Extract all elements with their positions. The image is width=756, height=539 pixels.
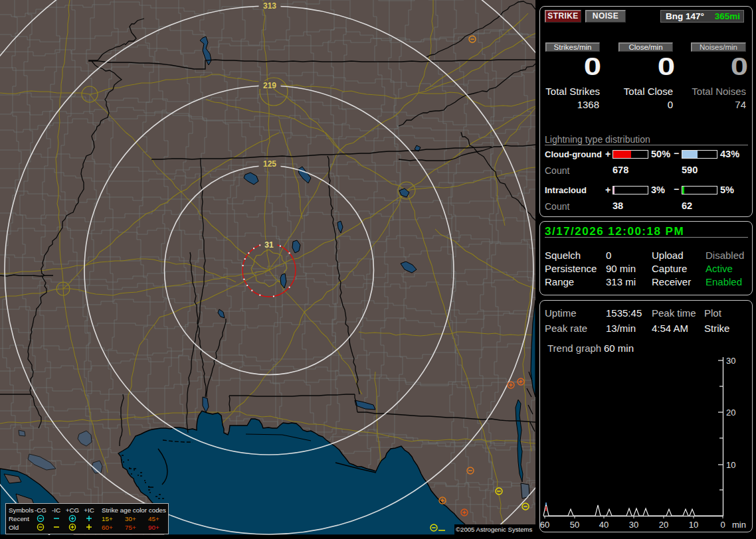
svg-text:-CG: -CG	[35, 506, 47, 514]
svg-text:Old: Old	[9, 524, 19, 531]
svg-text:Symbols: Symbols	[9, 506, 34, 514]
svg-text:15+: 15+	[102, 515, 113, 522]
svg-text:60+: 60+	[102, 524, 113, 531]
svg-text:-IC: -IC	[52, 506, 60, 514]
svg-text:10: 10	[726, 460, 735, 470]
svg-text:31: 31	[264, 240, 274, 250]
svg-text:+IC: +IC	[84, 506, 94, 514]
svg-text:75+: 75+	[125, 524, 136, 531]
svg-text:313: 313	[263, 1, 276, 11]
svg-text:219: 219	[263, 81, 276, 90]
svg-text:min: min	[732, 520, 746, 530]
svg-text:20: 20	[659, 520, 668, 530]
svg-text:20: 20	[726, 408, 735, 418]
svg-text:30+: 30+	[125, 515, 136, 522]
svg-text:10: 10	[689, 520, 698, 530]
svg-text:Strike age color codes: Strike age color codes	[102, 506, 166, 514]
svg-text:0: 0	[720, 520, 725, 530]
svg-text:125: 125	[263, 159, 276, 169]
svg-text:45+: 45+	[148, 515, 159, 522]
svg-text:+CG: +CG	[66, 506, 79, 514]
svg-text:30: 30	[726, 356, 735, 366]
svg-text:60: 60	[540, 520, 549, 530]
svg-text:Recent: Recent	[9, 515, 29, 522]
svg-text:30: 30	[629, 520, 638, 530]
svg-text:90+: 90+	[148, 524, 159, 531]
svg-text:50: 50	[570, 520, 579, 530]
svg-text:40: 40	[599, 520, 609, 530]
svg-text:©2005 Astrogenic Systems: ©2005 Astrogenic Systems	[456, 526, 533, 533]
